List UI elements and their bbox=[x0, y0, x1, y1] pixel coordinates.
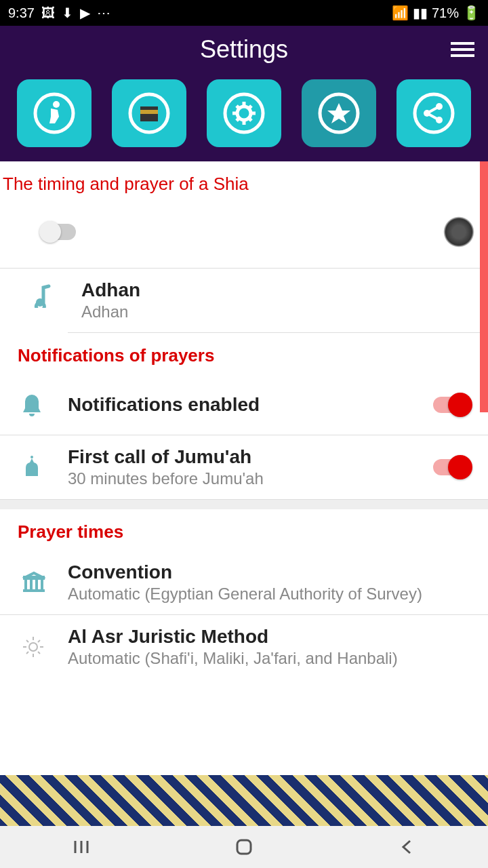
menu-button[interactable] bbox=[451, 42, 474, 57]
svg-line-31 bbox=[38, 652, 40, 654]
svg-line-12 bbox=[249, 118, 251, 121]
nav-star-icon[interactable] bbox=[302, 79, 376, 147]
jumuah-subtitle: 30 minutes before Jumu'ah bbox=[68, 469, 427, 488]
convention-label: Convention bbox=[68, 561, 474, 583]
wifi-icon: 📶 bbox=[392, 5, 409, 21]
scroll-indicator bbox=[480, 161, 488, 412]
status-time: 9:37 bbox=[8, 5, 35, 21]
content-scroll[interactable]: The timing and prayer of a Shia Adhan Ad… bbox=[0, 161, 488, 775]
svg-rect-37 bbox=[237, 840, 251, 854]
jumuah-toggle[interactable] bbox=[433, 459, 468, 475]
app-header: Settings bbox=[0, 26, 488, 73]
battery-icon: 🔋 bbox=[463, 5, 480, 21]
back-button[interactable] bbox=[390, 833, 424, 861]
shia-toggle-row[interactable] bbox=[0, 203, 488, 269]
svg-line-30 bbox=[26, 640, 28, 642]
download-icon: ⬇ bbox=[62, 5, 73, 21]
convention-value: Automatic (Egyptian General Authority of… bbox=[68, 585, 474, 604]
svg-line-21 bbox=[427, 113, 439, 120]
svg-point-23 bbox=[30, 456, 33, 458]
svg-rect-4 bbox=[140, 110, 158, 114]
svg-point-25 bbox=[29, 643, 37, 651]
shia-toggle[interactable] bbox=[41, 224, 76, 240]
nav-prayer-icon[interactable] bbox=[17, 79, 92, 147]
svg-line-32 bbox=[38, 640, 40, 642]
asr-row[interactable]: Al Asr Juristic Method Automatic (Shafi'… bbox=[0, 615, 488, 679]
nav-tabs bbox=[0, 73, 488, 161]
adhan-row[interactable]: Adhan Adhan bbox=[68, 269, 488, 333]
more-icon: ⋯ bbox=[97, 5, 110, 21]
nav-share-icon[interactable] bbox=[396, 79, 471, 147]
svg-line-33 bbox=[26, 652, 28, 654]
section-shia-title: The timing and prayer of a Shia bbox=[0, 161, 488, 203]
home-button[interactable] bbox=[227, 833, 261, 861]
adhan-label: Adhan bbox=[81, 279, 140, 301]
battery-text: 71% bbox=[432, 5, 459, 21]
svg-point-1 bbox=[53, 101, 60, 108]
youtube-icon: ▶ bbox=[80, 5, 90, 21]
notifications-enabled-label: Notifications enabled bbox=[68, 394, 427, 416]
sun-icon bbox=[20, 634, 46, 660]
svg-line-11 bbox=[237, 106, 239, 108]
status-bar: 9:37 🖼 ⬇ ▶ ⋯ 📶 ▮▮ 71% 🔋 bbox=[0, 0, 488, 26]
bell-icon bbox=[20, 392, 43, 418]
ad-banner[interactable] bbox=[0, 775, 488, 826]
shia-avatar bbox=[443, 216, 474, 248]
section-notifications-title: Notifications of prayers bbox=[0, 333, 488, 374]
mosque-icon bbox=[20, 454, 43, 480]
asr-value: Automatic (Shafi'i, Maliki, Ja'fari, and… bbox=[68, 649, 474, 668]
building-icon bbox=[20, 570, 47, 595]
section-divider bbox=[0, 500, 488, 509]
nav-settings-icon[interactable] bbox=[207, 79, 281, 147]
system-nav-bar bbox=[0, 826, 488, 868]
svg-point-22 bbox=[36, 298, 44, 307]
recents-button[interactable] bbox=[64, 833, 98, 861]
adhan-value: Adhan bbox=[81, 302, 140, 321]
convention-row[interactable]: Convention Automatic (Egyptian General A… bbox=[0, 551, 488, 615]
jumuah-label: First call of Jumu'ah bbox=[68, 446, 427, 468]
notifications-enabled-row[interactable]: Notifications enabled bbox=[0, 374, 488, 435]
nav-kaaba-icon[interactable] bbox=[112, 79, 186, 147]
image-icon: 🖼 bbox=[41, 5, 55, 21]
music-note-icon bbox=[34, 283, 54, 308]
notifications-toggle[interactable] bbox=[433, 397, 468, 413]
signal-icon: ▮▮ bbox=[413, 5, 428, 21]
svg-line-13 bbox=[249, 106, 251, 108]
section-prayer-times-title: Prayer times bbox=[0, 509, 488, 551]
jumuah-row[interactable]: First call of Jumu'ah 30 minutes before … bbox=[0, 435, 488, 500]
svg-point-16 bbox=[415, 94, 453, 132]
asr-label: Al Asr Juristic Method bbox=[68, 626, 474, 648]
svg-rect-24 bbox=[23, 576, 45, 579]
svg-point-5 bbox=[225, 94, 263, 132]
svg-line-14 bbox=[237, 118, 239, 121]
page-title: Settings bbox=[200, 35, 288, 64]
svg-line-20 bbox=[427, 106, 439, 113]
